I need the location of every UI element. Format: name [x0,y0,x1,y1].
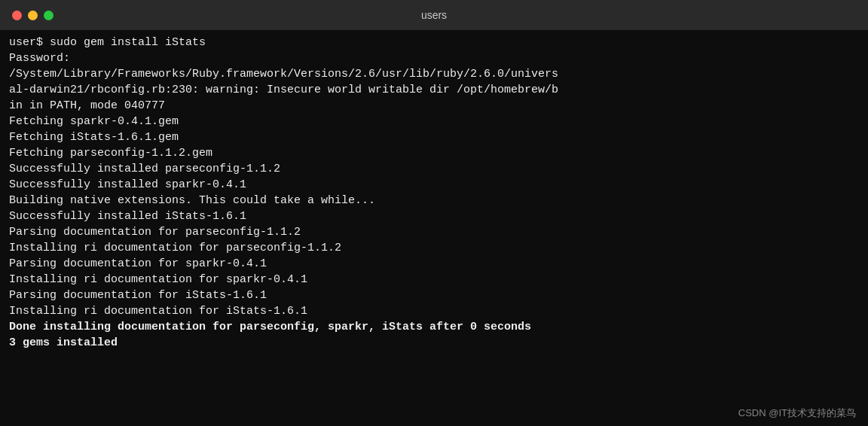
output-line: Successfully installed sparkr-0.4.1 [9,177,859,193]
output-line: Building native extensions. This could t… [9,193,859,208]
output-line: 3 gems installed [9,335,859,351]
command-line: user$ sudo gem install iStats [9,36,859,49]
output-line: Parsing documentation for sparkr-0.4.1 [9,256,859,272]
title-bar: users [0,0,868,30]
minimize-button[interactable] [28,11,38,20]
close-button[interactable] [12,11,22,20]
output-line: Fetching iStats-1.6.1.gem [9,129,859,145]
output-line: Password: [9,50,859,66]
output-line: Installing ri documentation for sparkr-0… [9,272,859,288]
terminal-body[interactable]: user$ sudo gem install iStats Password:/… [0,30,868,426]
terminal-window: users user$ sudo gem install iStats Pass… [0,0,868,426]
output-line: in in PATH, mode 040777 [9,98,859,114]
output-line: Installing ri documentation for parsecon… [9,240,859,256]
traffic-lights [12,11,53,20]
watermark: CSDN @IT技术支持的菜鸟 [738,406,856,420]
command-text: sudo gem install iStats [50,36,206,49]
maximize-button[interactable] [44,11,53,20]
prompt: user$ [9,36,50,49]
output-line: Parsing documentation for iStats-1.6.1 [9,288,859,303]
output-line: Parsing documentation for parseconfig-1.… [9,224,859,240]
window-title: users [421,9,447,21]
output-line: Installing ri documentation for iStats-1… [9,303,859,319]
output-line: Successfully installed parseconfig-1.1.2 [9,161,859,177]
output-line: Fetching parseconfig-1.1.2.gem [9,145,859,161]
output-line: al-darwin21/rbconfig.rb:230: warning: In… [9,82,859,98]
output-line: /System/Library/Frameworks/Ruby.framewor… [9,66,859,82]
output-line: Fetching sparkr-0.4.1.gem [9,114,859,129]
output-line: Successfully installed iStats-1.6.1 [9,208,859,224]
output-container: Password:/System/Library/Frameworks/Ruby… [9,50,859,351]
output-line: Done installing documentation for parsec… [9,319,859,335]
